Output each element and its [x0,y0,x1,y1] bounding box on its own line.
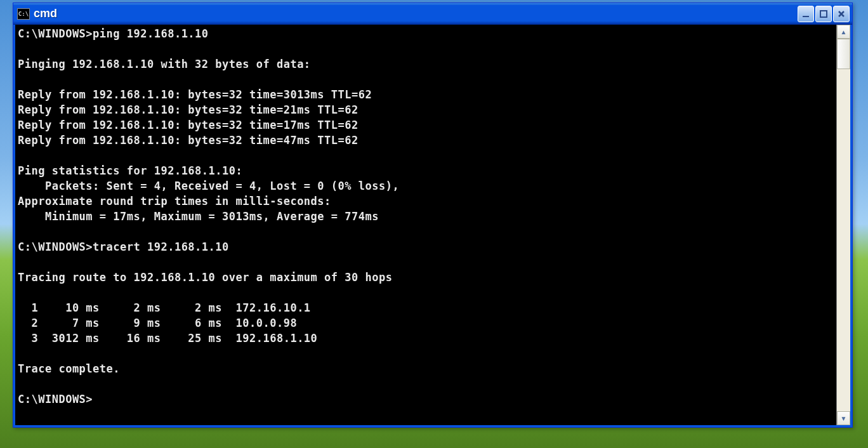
console-output[interactable]: C:\WINDOWS>ping 192.168.1.10 Pinging 192… [15,25,836,425]
close-button[interactable] [833,6,850,22]
cmd-icon: C:\ [17,8,30,20]
maximize-button[interactable] [815,6,832,22]
minimize-button[interactable] [798,6,814,22]
arrow-up-icon: ▲ [841,29,847,36]
window-controls [798,6,850,22]
window-title: cmd [34,7,798,20]
scroll-up-button[interactable]: ▲ [837,25,850,39]
scroll-thumb[interactable] [837,39,850,69]
cmd-window: C:\ cmd C:\WINDOWS>ping 192.168.1.10 Pin… [13,3,853,428]
scroll-track[interactable] [837,39,850,411]
window-body: C:\WINDOWS>ping 192.168.1.10 Pinging 192… [13,25,852,427]
titlebar[interactable]: C:\ cmd [13,3,852,25]
vertical-scrollbar[interactable]: ▲ ▼ [836,25,850,425]
arrow-down-icon: ▼ [841,415,847,422]
svg-rect-0 [803,16,809,17]
svg-rect-1 [820,11,827,17]
scroll-down-button[interactable]: ▼ [837,411,850,425]
